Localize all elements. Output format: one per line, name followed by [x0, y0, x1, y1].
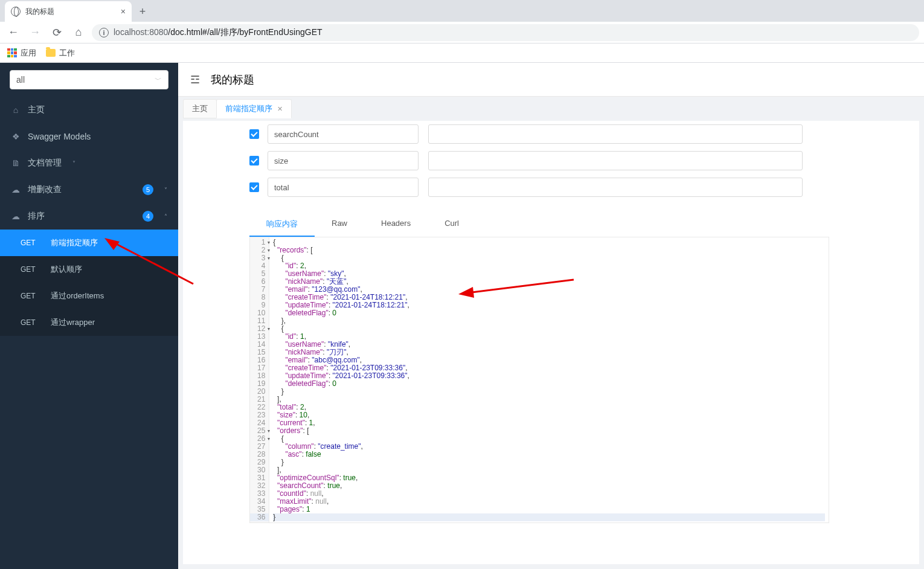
param-value-input[interactable]: [428, 178, 803, 197]
submenu-item-通过orderItems[interactable]: GET通过orderItems: [0, 283, 178, 309]
code-area: 1234567891011121314151617181920212223242…: [249, 237, 829, 523]
sidebar-item-Swagger Models[interactable]: ❖Swagger Models: [0, 123, 178, 150]
line-number: 5: [250, 270, 269, 278]
code-body[interactable]: { "records": [ { "id": 2, "userName": "s…: [269, 237, 829, 522]
count-badge: 4: [143, 211, 153, 222]
line-number: 2: [250, 246, 269, 254]
line-number: 4: [250, 262, 269, 270]
group-select[interactable]: all ﹀: [10, 70, 168, 89]
response-tab-响应内容[interactable]: 响应内容: [249, 213, 315, 237]
code-line: "deletedFlag": 0: [273, 309, 825, 317]
line-number: 36: [250, 513, 269, 521]
response-tab-Curl[interactable]: Curl: [428, 213, 476, 237]
close-tab-icon[interactable]: ×: [121, 7, 126, 16]
doc-icon: 🗎: [11, 158, 21, 168]
param-name-input[interactable]: [268, 151, 419, 170]
url-input[interactable]: i localhost:8080/doc.html#/all/排序/byFron…: [92, 24, 919, 41]
code-line: }: [273, 513, 825, 521]
apps-icon: [7, 48, 17, 58]
code-line: {: [273, 325, 825, 333]
bookmark-bar: 应用 工作: [0, 43, 924, 63]
sidebar-item-label: 主页: [28, 104, 45, 115]
code-line: "column": "create_time",: [273, 443, 825, 451]
param-row-size: [249, 147, 919, 174]
work-label: 工作: [59, 48, 75, 59]
response-tab-Headers[interactable]: Headers: [364, 213, 428, 237]
sidebar-menu: ⌂主页❖Swagger Models🗎文档管理˅☁增删改查5˅☁排序4˄GET前…: [0, 97, 178, 336]
code-line: "records": [: [273, 246, 825, 254]
cloud-icon: ☁: [11, 211, 21, 221]
code-line: "userName": "sky",: [273, 270, 825, 278]
tab-title: 我的标题: [25, 7, 54, 17]
sidebar-item-排序[interactable]: ☁排序4˄: [0, 203, 178, 230]
page-title: 我的标题: [211, 72, 254, 87]
code-line: "maxLimit": null,: [273, 498, 825, 506]
chevron-down-icon: ﹀: [155, 75, 162, 85]
submenu-sort: GET前端指定顺序GET默认顺序GET通过orderItemsGET通过wrap…: [0, 230, 178, 336]
home-button[interactable]: ⌂: [70, 24, 87, 41]
param-row-total: [249, 174, 919, 201]
response-tab-Raw[interactable]: Raw: [315, 213, 364, 237]
param-row-searchCount: [249, 121, 919, 147]
sidebar-item-增删改查[interactable]: ☁增删改查5˅: [0, 176, 178, 203]
work-bookmark[interactable]: 工作: [46, 48, 75, 59]
back-button[interactable]: ←: [5, 24, 22, 41]
browser-tab[interactable]: 我的标题 ×: [5, 1, 132, 22]
checkbox[interactable]: [249, 182, 259, 192]
code-line: "id": 1,: [273, 333, 825, 341]
forward-button[interactable]: →: [27, 24, 43, 41]
collapse-sidebar-icon[interactable]: ☲: [190, 73, 200, 86]
submenu-label: 通过orderItems: [51, 291, 104, 301]
checkbox[interactable]: [249, 129, 259, 139]
code-line: "id": 2,: [273, 262, 825, 270]
chevron-down-icon: ˅: [164, 187, 167, 193]
line-number: 8: [250, 294, 269, 301]
browser-tab-strip: 我的标题 × +: [0, 0, 924, 22]
page-tabs: 主页前端指定顺序✕: [178, 97, 924, 121]
sidebar-item-主页[interactable]: ⌂主页: [0, 97, 178, 123]
code-line: {: [273, 254, 825, 262]
site-info-icon[interactable]: i: [99, 28, 109, 37]
param-value-input[interactable]: [428, 151, 803, 170]
sidebar-item-label: 文档管理: [28, 158, 62, 169]
chevron-down-icon: ˅: [72, 160, 75, 167]
line-number: 1: [250, 239, 269, 246]
code-line: "asc": false: [273, 451, 825, 458]
sidebar-item-文档管理[interactable]: 🗎文档管理˅: [0, 150, 178, 176]
new-tab-button[interactable]: +: [134, 3, 151, 20]
code-line: },: [273, 317, 825, 325]
submenu-item-前端指定顺序[interactable]: GET前端指定顺序: [0, 230, 178, 256]
code-line: }: [273, 388, 825, 396]
checkbox[interactable]: [249, 156, 259, 166]
sidebar-item-label: 增删改查: [28, 184, 62, 195]
content: 响应内容RawHeadersCurl 123456789101112131415…: [183, 121, 919, 564]
apps-bookmark[interactable]: 应用: [7, 48, 36, 59]
page-tab-主页[interactable]: 主页: [183, 99, 217, 118]
code-line: "size": 10,: [273, 411, 825, 419]
submenu-label: 默认顺序: [51, 264, 82, 275]
submenu-item-通过wrapper[interactable]: GET通过wrapper: [0, 309, 178, 336]
http-method: GET: [21, 318, 40, 327]
page-tab-前端指定顺序[interactable]: 前端指定顺序✕: [216, 99, 292, 118]
count-badge: 5: [143, 184, 153, 195]
param-name-input[interactable]: [268, 124, 419, 144]
param-value-input[interactable]: [428, 124, 803, 144]
params-area: [249, 121, 919, 201]
reload-button[interactable]: ⟳: [48, 24, 65, 41]
close-icon[interactable]: ✕: [277, 105, 283, 113]
line-number: 3: [250, 254, 269, 262]
globe-icon: [11, 7, 21, 16]
http-method: GET: [21, 265, 40, 274]
code-line: "userName": "knife",: [273, 341, 825, 349]
cloud-icon: ☁: [11, 185, 21, 194]
submenu-item-默认顺序[interactable]: GET默认顺序: [0, 256, 178, 283]
code-line: "updateTime": "2021-01-23T09:33:36",: [273, 372, 825, 380]
code-line: "orders": [: [273, 427, 825, 435]
param-name-input[interactable]: [268, 178, 419, 197]
tab-label: 主页: [192, 103, 208, 114]
url-text: localhost:8080/doc.html#/all/排序/byFrontE…: [114, 27, 322, 38]
tab-label: 前端指定顺序: [225, 103, 272, 114]
http-method: GET: [21, 239, 40, 247]
chevron-up-icon: ˄: [164, 213, 167, 220]
sidebar: all ﹀ ⌂主页❖Swagger Models🗎文档管理˅☁增删改查5˅☁排序…: [0, 63, 178, 569]
